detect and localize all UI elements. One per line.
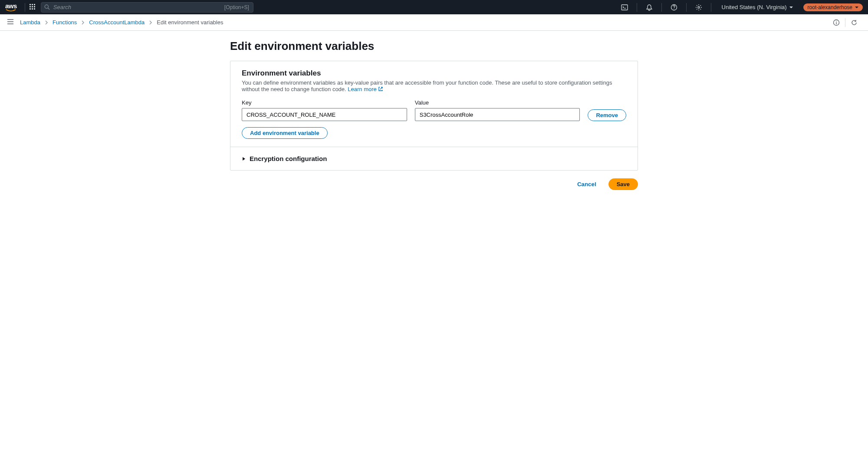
settings-icon[interactable] — [691, 0, 707, 14]
aws-logo-text: aws — [5, 3, 17, 9]
env-value-input[interactable] — [415, 108, 580, 121]
save-button[interactable]: Save — [608, 178, 638, 190]
value-field-group: Value — [415, 99, 580, 121]
encryption-section: Encryption configuration — [230, 147, 638, 170]
info-icon[interactable] — [829, 19, 843, 26]
breadcrumb-current: Edit environment variables — [157, 19, 223, 26]
key-label: Key — [242, 99, 407, 106]
svg-line-1 — [48, 8, 49, 10]
add-env-var-button[interactable]: Add environment variable — [242, 127, 328, 139]
help-icon[interactable] — [666, 0, 682, 14]
remove-button[interactable]: Remove — [588, 109, 626, 121]
chevron-right-icon — [81, 20, 85, 25]
search-shortcut-hint: [Option+S] — [224, 4, 249, 10]
search-icon — [44, 4, 50, 10]
svg-point-6 — [698, 7, 700, 8]
caret-down-icon — [855, 7, 858, 8]
region-label: United States (N. Virginia) — [722, 4, 787, 10]
svg-line-13 — [380, 87, 382, 89]
caret-right-icon — [242, 157, 246, 161]
svg-point-5 — [674, 8, 674, 9]
svg-point-11 — [836, 21, 837, 22]
refresh-icon[interactable] — [847, 19, 861, 26]
breadcrumb-bar: Lambda Functions CrossAccountLambda Edit… — [0, 14, 868, 31]
top-nav: aws [Option+S] United States (N. Virgini… — [0, 0, 868, 14]
encryption-label: Encryption configuration — [250, 155, 327, 162]
main-content: Edit environment variables Environment v… — [117, 31, 751, 199]
encryption-toggle[interactable]: Encryption configuration — [242, 155, 626, 162]
breadcrumb-functions[interactable]: Functions — [53, 19, 77, 26]
env-key-input[interactable] — [242, 108, 407, 121]
user-menu[interactable]: root-alexanderhose — [803, 3, 863, 11]
env-vars-section: Environment variables You can define env… — [230, 61, 638, 147]
svg-rect-2 — [621, 5, 628, 10]
region-selector[interactable]: United States (N. Virginia) — [716, 4, 799, 10]
nav-divider — [686, 3, 687, 12]
section-title: Environment variables — [242, 69, 626, 78]
aws-logo[interactable]: aws — [5, 3, 17, 12]
env-var-row: Key Value Remove — [242, 99, 626, 121]
user-label: root-alexanderhose — [808, 4, 852, 10]
search-container: [Option+S] — [41, 2, 253, 13]
cloudshell-icon[interactable] — [617, 0, 632, 14]
value-label: Value — [415, 99, 580, 106]
chevron-right-icon — [149, 20, 152, 25]
breadcrumb-lambda[interactable]: Lambda — [20, 19, 40, 26]
cancel-button[interactable]: Cancel — [569, 178, 604, 190]
svg-point-0 — [45, 5, 48, 8]
actions-row: Cancel Save — [230, 178, 638, 190]
learn-more-text: Learn more — [348, 86, 376, 92]
key-field-group: Key — [242, 99, 407, 121]
page-title: Edit environment variables — [230, 39, 638, 53]
env-vars-panel: Environment variables You can define env… — [230, 61, 638, 171]
nav-right: United States (N. Virginia) root-alexand… — [617, 0, 863, 14]
nav-divider — [661, 3, 662, 12]
breadcrumb-function-name[interactable]: CrossAccountLambda — [89, 19, 145, 26]
section-desc: You can define environment variables as … — [242, 79, 626, 92]
external-link-icon — [378, 86, 383, 92]
breadcrumb: Lambda Functions CrossAccountLambda Edit… — [20, 19, 223, 26]
services-grid-icon[interactable] — [30, 4, 36, 11]
notifications-icon[interactable] — [641, 0, 657, 14]
caret-down-icon — [789, 7, 793, 8]
search-input[interactable] — [41, 2, 253, 13]
chevron-right-icon — [45, 20, 48, 25]
nav-divider — [25, 3, 25, 12]
aws-smile-icon — [6, 9, 16, 12]
section-desc-text: You can define environment variables as … — [242, 79, 612, 92]
nav-divider — [637, 3, 637, 12]
sub-nav-divider — [845, 18, 845, 27]
menu-icon[interactable] — [7, 18, 14, 26]
nav-divider — [711, 3, 711, 12]
learn-more-link[interactable]: Learn more — [348, 86, 383, 92]
